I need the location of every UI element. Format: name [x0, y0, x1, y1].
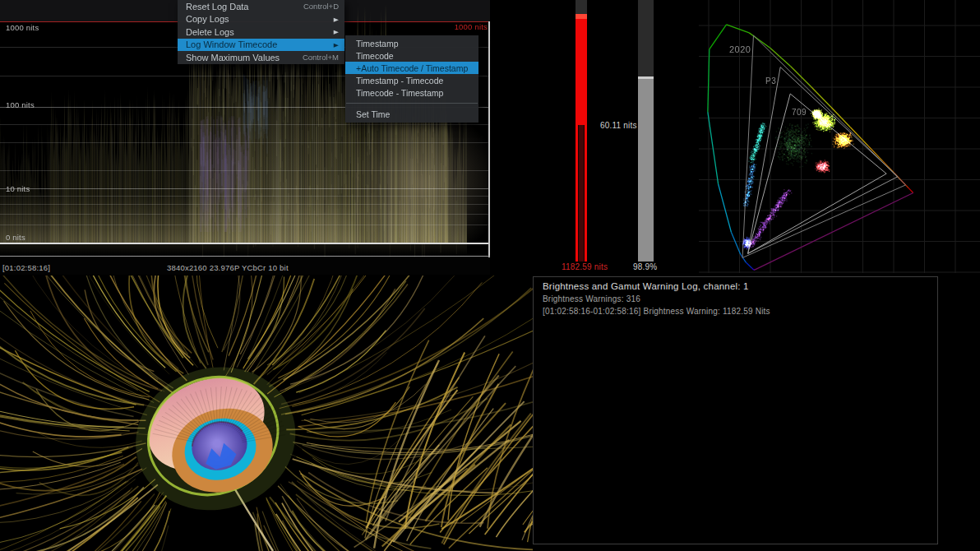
menu-item-label: Timestamp - Timecode	[356, 76, 443, 86]
gamut-percent-value: 98.9%	[633, 262, 657, 271]
menu-item-reset-log-data[interactable]: Reset Log Data Control+D	[178, 0, 344, 13]
menu-shortcut: Control+D	[303, 2, 339, 11]
submenu-arrow-icon: ▶	[334, 16, 339, 22]
gamut-label-709: 709	[792, 108, 807, 117]
log-entry: [01:02:58:16-01:02:58:16] Brightness War…	[543, 307, 770, 316]
menu-item-label: Log Window Timecode	[186, 39, 277, 49]
scale-label-10-nits: 10 nits	[6, 184, 30, 193]
app-window: 1000 nits 100 nits 10 nits 0 nits 1000 n…	[0, 0, 980, 551]
menu-item-label: Reset Log Data	[186, 2, 248, 12]
status-timecode: [01:02:58:16]	[2, 263, 50, 272]
brightness-meter-current-bar	[578, 125, 585, 262]
menu-item-label: Delete Logs	[186, 27, 234, 37]
submenu-item-timestamp-minus-timecode[interactable]: Timestamp - Timecode	[345, 74, 478, 86]
brightness-meter-bar	[576, 0, 587, 262]
menu-item-label: Timecode - Timestamp	[356, 88, 443, 98]
menu-item-log-window-timecode[interactable]: Log Window Timecode ▶	[178, 39, 344, 52]
menu-item-label: +Auto Timecode / Timestamp	[356, 63, 468, 73]
menu-item-label: Copy Logs	[186, 14, 229, 24]
cie-chromaticity-panel: 2020 P3 709	[699, 0, 980, 273]
menu-item-copy-logs[interactable]: Copy Logs ▶	[178, 13, 344, 26]
submenu-item-timecode[interactable]: Timecode	[345, 49, 478, 62]
scale-label-1000-nits: 1000 nits	[6, 23, 39, 32]
log-warnings-count: Brightness Warnings: 316	[543, 294, 640, 303]
gamut-meter-headroom	[638, 0, 654, 76]
max-line-label: 1000 nits	[448, 22, 488, 31]
timecode-submenu: Timestamp Timecode +Auto Timecode / Time…	[345, 35, 478, 123]
submenu-arrow-icon: ▶	[334, 29, 339, 35]
submenu-item-auto-timecode-timestamp[interactable]: +Auto Timecode / Timestamp	[345, 62, 478, 74]
waveform-bottom-border	[0, 256, 490, 257]
menu-shortcut: Control+M	[303, 53, 339, 62]
menu-item-show-maximum-values[interactable]: Show Maximum Values Control+M	[178, 51, 344, 64]
submenu-arrow-icon: ▶	[334, 41, 339, 48]
log-context-menu: Reset Log Data Control+D Copy Logs ▶ Del…	[178, 0, 344, 64]
brightness-current-value: 60.11 nits	[600, 121, 637, 130]
gamut-meter-fill	[638, 79, 654, 262]
submenu-item-timecode-minus-timestamp[interactable]: Timecode - Timestamp	[345, 86, 478, 99]
video-status-bar: [01:02:58:16] 3840x2160 23.976P YCbCr 10…	[0, 257, 490, 275]
warning-log-panel[interactable]: Brightness and Gamut Warning Log, channe…	[533, 276, 938, 544]
gamut-label-p3: P3	[765, 76, 776, 86]
menu-item-delete-logs[interactable]: Delete Logs ▶	[178, 25, 344, 39]
peacock-feather-image	[0, 276, 533, 551]
scale-label-0-nits: 0 nits	[6, 233, 25, 242]
gamut-meter-bar	[638, 0, 654, 262]
gamut-label-2020: 2020	[729, 44, 751, 54]
log-title: Brightness and Gamut Warning Log, channe…	[543, 281, 749, 291]
submenu-item-set-time[interactable]: Set Time	[345, 108, 478, 120]
menu-item-label: Timestamp	[356, 39, 399, 49]
waveform-right-border	[488, 21, 490, 257]
menu-item-label: Set Time	[356, 109, 390, 119]
brightness-max-value: 1182.59 nits	[562, 262, 608, 271]
status-format: 3840x2160 23.976P YCbCr 10 bit	[167, 263, 289, 272]
brightness-meter-headroom	[576, 0, 587, 14]
menu-separator	[346, 103, 478, 104]
video-preview-panel	[0, 276, 533, 551]
scale-label-100-nits: 100 nits	[6, 100, 35, 109]
menu-item-label: Timecode	[356, 51, 394, 61]
cie-diagram	[699, 0, 980, 273]
submenu-item-timestamp[interactable]: Timestamp	[345, 37, 478, 49]
menu-item-label: Show Maximum Values	[186, 53, 280, 63]
